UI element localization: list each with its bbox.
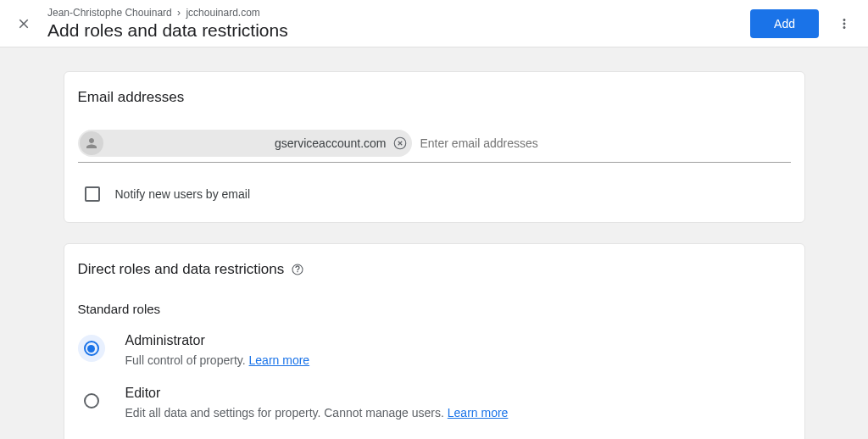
email-input[interactable] [420, 136, 791, 150]
content-area: Email addresses gserviceaccount.com Noti… [0, 47, 868, 439]
role-desc: Full control of property. Learn more [125, 353, 310, 367]
more-icon[interactable] [829, 8, 860, 39]
role-body: Editor Edit all data and settings for pr… [125, 386, 509, 420]
radio-administrator[interactable] [78, 335, 105, 362]
email-chip: gserviceaccount.com [78, 130, 412, 157]
chip-email-text: gserviceaccount.com [268, 136, 392, 150]
avatar-icon [80, 131, 103, 155]
roles-section-title: Direct roles and data restrictions [78, 261, 285, 278]
page-title: Add roles and data restrictions [47, 20, 750, 41]
close-icon[interactable] [8, 8, 39, 39]
header-bar: Jean-Christophe Chouinard › jcchouinard.… [0, 0, 868, 47]
add-button[interactable]: Add [750, 9, 819, 38]
breadcrumb-site: jcchouinard.com [186, 7, 259, 19]
breadcrumb-owner: Jean-Christophe Chouinard [47, 7, 172, 19]
radio-editor[interactable] [78, 387, 105, 414]
role-editor[interactable]: Editor Edit all data and settings for pr… [78, 386, 791, 420]
role-administrator[interactable]: Administrator Full control of property. … [78, 333, 791, 367]
learn-more-link[interactable]: Learn more [249, 353, 310, 367]
role-body: Administrator Full control of property. … [125, 333, 310, 367]
email-addresses-card: Email addresses gserviceaccount.com Noti… [64, 71, 805, 223]
chip-remove-icon[interactable] [392, 135, 409, 152]
breadcrumb: Jean-Christophe Chouinard › jcchouinard.… [47, 6, 750, 20]
role-desc: Edit all data and settings for property.… [125, 406, 509, 420]
notify-checkbox[interactable] [85, 186, 100, 202]
email-section-title: Email addresses [78, 89, 791, 106]
notify-checkbox-row: Notify new users by email [78, 186, 791, 202]
learn-more-link[interactable]: Learn more [448, 406, 509, 420]
roles-title-row: Direct roles and data restrictions [78, 261, 791, 278]
roles-card: Direct roles and data restrictions Stand… [64, 243, 805, 439]
role-name: Administrator [125, 333, 310, 348]
chevron-right-icon: › [177, 7, 181, 19]
notify-checkbox-label: Notify new users by email [115, 187, 251, 201]
role-name: Editor [125, 386, 509, 401]
chip-body: gserviceaccount.com [103, 135, 409, 152]
help-icon[interactable] [291, 263, 304, 276]
header-titles: Jean-Christophe Chouinard › jcchouinard.… [47, 6, 750, 41]
email-input-row[interactable]: gserviceaccount.com [78, 130, 791, 163]
standard-roles-heading: Standard roles [78, 302, 791, 316]
